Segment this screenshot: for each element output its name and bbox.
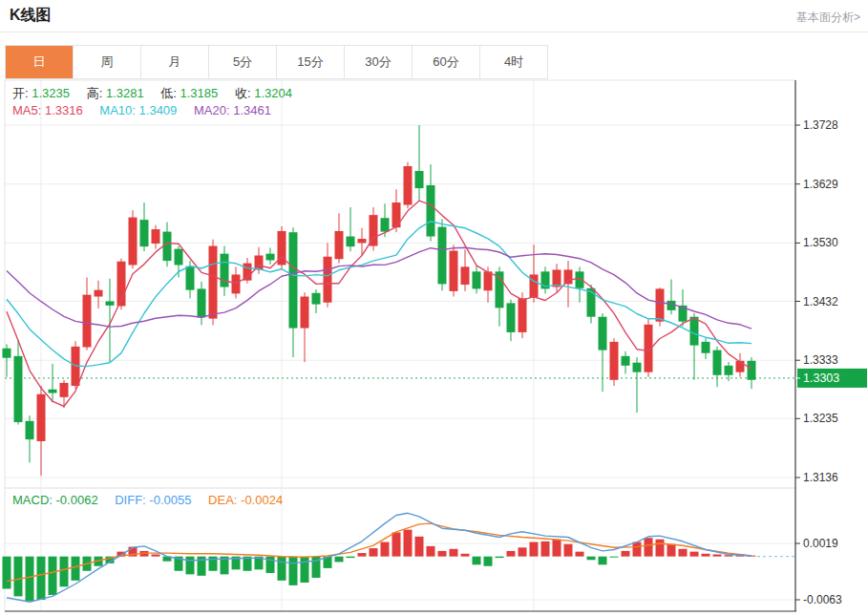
svg-text:1.3136: 1.3136 (803, 471, 838, 484)
period-tab-bar: 日 周 月 5分 15分 30分 60分 4时 (5, 45, 548, 79)
low-value: 低: 1.3185 (160, 86, 218, 100)
open-value: 开: 1.3235 (12, 86, 70, 100)
svg-text:1.3530: 1.3530 (803, 236, 838, 249)
svg-text:1.3629: 1.3629 (803, 178, 838, 191)
svg-text:1.3303: 1.3303 (803, 372, 839, 385)
svg-text:1.3432: 1.3432 (803, 295, 838, 308)
svg-text:1.3728: 1.3728 (803, 118, 838, 132)
tab-month[interactable]: 月 (141, 46, 209, 78)
ma5-value: MA5: 1.3316 (12, 103, 83, 117)
tab-5min[interactable]: 5分 (209, 46, 277, 78)
dea-value: DEA: -0.0024 (208, 493, 283, 507)
svg-text:1.3235: 1.3235 (803, 412, 838, 425)
tab-week[interactable]: 周 (74, 46, 141, 78)
ma20-value: MA20: 1.3461 (194, 103, 271, 117)
tab-60min[interactable]: 60分 (413, 46, 480, 78)
high-value: 高: 1.3281 (87, 86, 144, 100)
ma-legend: MA5: 1.3316 MA10: 1.3409 MA20: 1.3461 (12, 103, 285, 117)
tab-day[interactable]: 日 (6, 46, 74, 78)
svg-text:0.0019: 0.0019 (803, 537, 838, 550)
tab-30min[interactable]: 30分 (345, 46, 413, 78)
macd-legend: MACD: -0.0062 DIFF: -0.0055 DEA: -0.0024 (12, 493, 296, 507)
close-value: 收: 1.3204 (235, 86, 292, 100)
macd-value: MACD: -0.0062 (12, 493, 98, 507)
ma10-value: MA10: 1.3409 (99, 103, 177, 117)
diff-value: DIFF: -0.0055 (115, 493, 191, 507)
svg-text:1.3333: 1.3333 (803, 353, 838, 367)
tab-15min[interactable]: 15分 (277, 46, 345, 78)
svg-text:-0.0063: -0.0063 (803, 593, 842, 606)
tab-4hour[interactable]: 4时 (480, 46, 547, 78)
ohlc-legend: 开: 1.3235 高: 1.3281 低: 1.3185 收: 1.3204 (12, 85, 306, 102)
